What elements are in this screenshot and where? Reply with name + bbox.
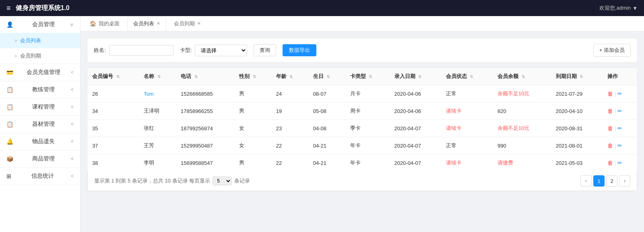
cell-birthday: 04-08: [308, 120, 345, 137]
sort-icon-phone[interactable]: ⇅: [194, 74, 198, 79]
sidebar-group-lost-label: 物品遗失: [32, 138, 55, 145]
sidebar: 👤 会员管理 ∨ > 会员列表 > 会员到期 💳 会员充值管理 <: [0, 16, 80, 232]
col-card-type: 卡类型 ⇅: [345, 68, 390, 85]
col-age: 年龄 ⇅: [271, 68, 308, 85]
sidebar-group-member-arrow: ∨: [70, 22, 74, 27]
add-member-button[interactable]: + 添加会员: [593, 44, 631, 57]
cell-action: 🗑 | ✏: [603, 137, 637, 154]
tab-dashboard[interactable]: 🏠 我的桌面: [84, 17, 126, 31]
cell-phone: 15266668585: [176, 85, 234, 103]
user-dropdown-icon[interactable]: ▼: [632, 5, 638, 11]
cell-expire-date: 2020-04-10: [551, 103, 603, 120]
sort-icon-gender[interactable]: ⇅: [253, 74, 256, 79]
delete-button[interactable]: 🗑: [607, 142, 613, 149]
pagination-pages: ‹ 1 2 ›: [580, 175, 630, 187]
delete-button[interactable]: 🗑: [607, 160, 613, 166]
cell-age: 22: [271, 137, 308, 154]
action-separator: |: [615, 160, 616, 166]
cell-birthday: 08-07: [308, 85, 345, 103]
cell-age: 23: [271, 120, 308, 137]
table-row: 38 李明 15699588547 男 22 04-21 年卡 2020-04-…: [87, 154, 637, 172]
sort-icon-entry-date[interactable]: ⇅: [418, 74, 421, 79]
sort-icon-birthday[interactable]: ⇅: [326, 74, 330, 79]
delete-button[interactable]: 🗑: [607, 125, 613, 131]
sort-icon-balance[interactable]: ⇅: [522, 74, 525, 79]
card-type-select[interactable]: 请选择 月卡 周卡 季卡 年卡: [195, 45, 247, 56]
page-2-button[interactable]: 2: [606, 175, 617, 187]
export-button[interactable]: 数据导出: [283, 44, 316, 56]
query-button[interactable]: 查询: [254, 44, 276, 56]
cell-birthday: 04-21: [308, 154, 345, 172]
col-id: 会员编号 ⇅: [87, 68, 139, 85]
cell-expire-date: 2020-08-31: [551, 120, 603, 137]
main-layout: 👤 会员管理 ∨ > 会员列表 > 会员到期 💳 会员充值管理 <: [0, 16, 644, 232]
edit-button[interactable]: ✏: [617, 160, 622, 166]
recharge-icon: 💳: [6, 69, 13, 76]
tab-member-expire[interactable]: 会员到期 ✕: [168, 17, 207, 31]
name-input[interactable]: [109, 45, 173, 56]
sidebar-group-coach-arrow: <: [71, 87, 74, 92]
sidebar-group-member-header[interactable]: 👤 会员管理 ∨: [0, 16, 80, 33]
sidebar-group-lost-header[interactable]: 🔔 物品遗失 <: [0, 133, 80, 150]
edit-button[interactable]: ✏: [617, 125, 622, 131]
cell-expire-date: 2021-05-03: [551, 154, 603, 172]
sidebar-item-member-expire[interactable]: > 会员到期: [0, 48, 80, 64]
member-list-label: 会员列表: [20, 37, 41, 44]
cell-age: 19: [271, 103, 308, 120]
stats-icon: ⊞: [6, 173, 11, 179]
sidebar-group-stats-header[interactable]: ⊞ 信息统计 <: [0, 168, 80, 185]
cell-card-type: 季卡: [345, 120, 390, 137]
tab-dashboard-label: 我的桌面: [99, 20, 120, 27]
cell-phone: 17858966255: [176, 103, 234, 120]
page-size-select[interactable]: 5 10 20 50: [213, 177, 232, 185]
menu-icon[interactable]: ≡: [6, 4, 11, 12]
prev-page-button[interactable]: ‹: [580, 175, 592, 187]
page-1-button[interactable]: 1: [593, 175, 605, 187]
sidebar-group-goods-header[interactable]: 📦 商品管理 <: [0, 150, 80, 167]
sort-icon-id[interactable]: ⇅: [116, 74, 120, 79]
edit-button[interactable]: ✏: [617, 90, 622, 97]
cell-age: 24: [271, 85, 308, 103]
welcome-text: 欢迎您,admin: [599, 4, 631, 12]
tab-member-expire-label: 会员到期: [174, 20, 195, 27]
tab-member-list[interactable]: 会员列表 ✕: [127, 17, 166, 31]
delete-button[interactable]: 🗑: [607, 108, 613, 114]
content-area: 🏠 我的桌面 会员列表 ✕ 会员到期 ✕ 姓名: 卡型:: [80, 16, 644, 232]
page-content: 姓名: 卡型: 请选择 月卡 周卡 季卡 年卡 查询 数据导出 + 添加会员: [80, 31, 644, 232]
sidebar-group-coach-header[interactable]: 📋 教练管理 <: [0, 81, 80, 98]
sidebar-group-course-header[interactable]: 📋 课程管理 <: [0, 99, 80, 115]
cell-action: 🗑 | ✏: [603, 85, 637, 103]
header: ≡ 健身房管理系统1.0 欢迎您,admin ▼: [0, 0, 644, 16]
search-bar: 姓名: 卡型: 请选择 月卡 周卡 季卡 年卡 查询 数据导出 + 添加会员: [87, 38, 638, 63]
tab-member-list-close[interactable]: ✕: [157, 21, 160, 26]
member-table: 会员编号 ⇅ 名称 ⇅ 电话 ⇅ 性别 ⇅ 年龄 ⇅ 生日 ⇅ 卡类型 ⇅ 录入…: [87, 68, 637, 171]
table-row: 26 Tom 15266668585 男 24 08-07 月卡 2020-04…: [87, 85, 637, 103]
edit-button[interactable]: ✏: [617, 142, 622, 149]
cell-balance: 余额不足10元: [493, 85, 551, 103]
sidebar-group-recharge-header[interactable]: 💳 会员充值管理 <: [0, 64, 80, 81]
sidebar-group-coach: 📋 教练管理 <: [0, 81, 80, 99]
sort-icon-expire-date[interactable]: ⇅: [580, 74, 583, 79]
sidebar-item-member-list[interactable]: > 会员列表: [0, 33, 80, 48]
cell-card-type: 月卡: [345, 85, 390, 103]
sidebar-group-member: 👤 会员管理 ∨ > 会员列表 > 会员到期: [0, 16, 80, 64]
name-label: 姓名:: [94, 47, 106, 54]
edit-button[interactable]: ✏: [617, 108, 622, 114]
cell-name: Tom: [139, 85, 176, 103]
card-type-label: 卡型:: [180, 47, 192, 54]
pagination-text: 显示第 1 到第 5 条记录，总共 10 条记录 每页显示: [94, 177, 210, 185]
sort-icon-name[interactable]: ⇅: [157, 74, 161, 79]
cell-id: 34: [87, 103, 139, 120]
sidebar-group-equipment-header[interactable]: 📋 器材管理 <: [0, 116, 80, 133]
sort-icon-status[interactable]: ⇅: [470, 74, 473, 79]
sidebar-group-course-arrow: <: [71, 104, 74, 110]
sort-icon-age[interactable]: ⇅: [289, 74, 293, 79]
equipment-icon: 📋: [6, 121, 13, 127]
delete-button[interactable]: 🗑: [607, 90, 613, 97]
home-icon: 🏠: [90, 21, 96, 27]
cell-status: 请续卡: [441, 120, 493, 137]
tab-member-expire-close[interactable]: ✕: [197, 21, 201, 26]
next-page-button[interactable]: ›: [619, 175, 630, 187]
sort-icon-card-type[interactable]: ⇅: [369, 74, 372, 79]
cell-balance: 990: [493, 137, 551, 154]
